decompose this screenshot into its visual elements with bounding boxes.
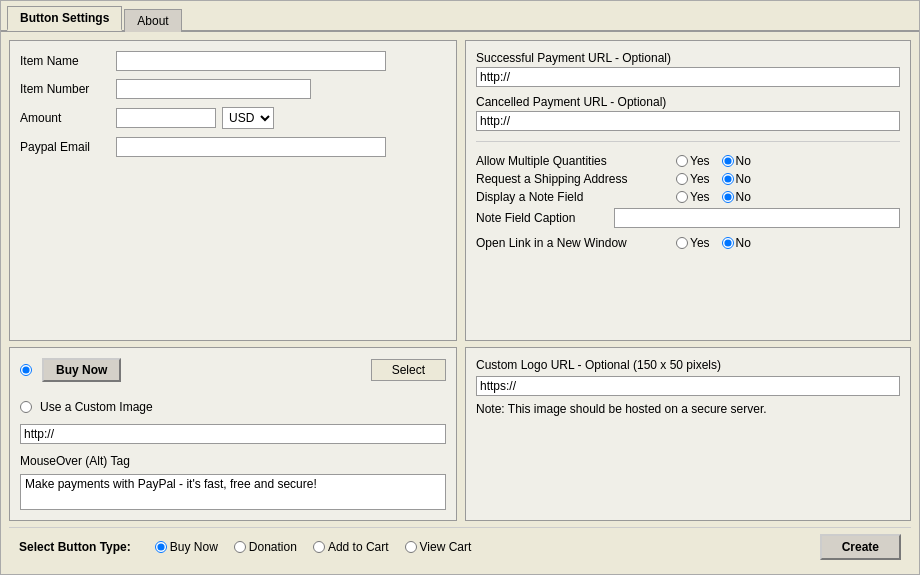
- buy-now-preview-button[interactable]: Buy Now: [42, 358, 121, 382]
- buy-now-radio-label[interactable]: [20, 364, 32, 376]
- footer-buy-now-radio[interactable]: [155, 541, 167, 553]
- allow-multiple-no-radio[interactable]: [722, 155, 734, 167]
- note-caption-label: Note Field Caption: [476, 211, 606, 225]
- top-row: Item Name Item Number Amount USD EUR GBP: [9, 40, 911, 341]
- paypal-email-label: Paypal Email: [20, 140, 110, 154]
- paypal-email-row: Paypal Email: [20, 137, 446, 157]
- select-button[interactable]: Select: [371, 359, 446, 381]
- cancel-url-label: Cancelled Payment URL - Optional): [476, 95, 900, 109]
- note-field-yes-radio[interactable]: [676, 191, 688, 203]
- item-name-input[interactable]: [116, 51, 386, 71]
- custom-image-radio[interactable]: [20, 401, 32, 413]
- tab-bar: Button Settings About: [1, 1, 919, 32]
- allow-multiple-row: Allow Multiple Quantities Yes No: [476, 154, 900, 168]
- footer-view-cart[interactable]: View Cart: [405, 540, 472, 554]
- success-url-label: Successful Payment URL - Optional): [476, 51, 900, 65]
- mouseover-textarea[interactable]: Make payments with PayPal - it's fast, f…: [20, 474, 446, 510]
- open-link-row: Open Link in a New Window Yes No: [476, 236, 900, 250]
- item-number-row: Item Number: [20, 79, 446, 99]
- shipping-yes-radio[interactable]: [676, 173, 688, 185]
- shipping-label: Request a Shipping Address: [476, 172, 676, 186]
- note-field-row: Display a Note Field Yes No: [476, 190, 900, 204]
- buy-now-row: Buy Now Select: [20, 358, 446, 382]
- shipping-no[interactable]: No: [722, 172, 751, 186]
- note-field-label: Display a Note Field: [476, 190, 676, 204]
- note-field-no-radio[interactable]: [722, 191, 734, 203]
- buy-now-preview-radio[interactable]: [20, 364, 32, 376]
- item-name-row: Item Name: [20, 51, 446, 71]
- amount-row: Amount USD EUR GBP: [20, 107, 446, 129]
- allow-multiple-radio-group: Yes No: [676, 154, 761, 168]
- allow-multiple-yes[interactable]: Yes: [676, 154, 710, 168]
- footer-radio-group: Buy Now Donation Add to Cart View Cart: [155, 540, 804, 554]
- left-top-panel: Item Name Item Number Amount USD EUR GBP: [9, 40, 457, 341]
- note-field-yes[interactable]: Yes: [676, 190, 710, 204]
- open-link-no-radio[interactable]: [722, 237, 734, 249]
- open-link-label: Open Link in a New Window: [476, 236, 676, 250]
- right-top-panel: Successful Payment URL - Optional) Cance…: [465, 40, 911, 341]
- open-link-radio-group: Yes No: [676, 236, 761, 250]
- bottom-panels: Buy Now Select Use a Custom Image MouseO…: [9, 347, 911, 521]
- cancel-url-input[interactable]: [476, 111, 900, 131]
- allow-multiple-label: Allow Multiple Quantities: [476, 154, 676, 168]
- custom-image-label: Use a Custom Image: [40, 400, 153, 414]
- shipping-yes[interactable]: Yes: [676, 172, 710, 186]
- tab-button-settings[interactable]: Button Settings: [7, 6, 122, 31]
- logo-note: Note: This image should be hosted on a s…: [476, 402, 900, 416]
- success-url-input[interactable]: [476, 67, 900, 87]
- item-number-label: Item Number: [20, 82, 110, 96]
- shipping-no-radio[interactable]: [722, 173, 734, 185]
- logo-url-input[interactable]: [476, 376, 900, 396]
- paypal-email-input[interactable]: [116, 137, 386, 157]
- left-bottom-panel: Buy Now Select Use a Custom Image MouseO…: [9, 347, 457, 521]
- note-caption-row: Note Field Caption: [476, 208, 900, 228]
- success-url-group: Successful Payment URL - Optional): [476, 51, 900, 87]
- select-button-type-label: Select Button Type:: [19, 540, 131, 554]
- open-link-yes[interactable]: Yes: [676, 236, 710, 250]
- footer-view-cart-radio[interactable]: [405, 541, 417, 553]
- amount-label: Amount: [20, 111, 110, 125]
- footer-add-to-cart-radio[interactable]: [313, 541, 325, 553]
- right-bottom-panel: Custom Logo URL - Optional (150 x 50 pix…: [465, 347, 911, 521]
- options-grid: Allow Multiple Quantities Yes No: [476, 154, 900, 250]
- allow-multiple-no[interactable]: No: [722, 154, 751, 168]
- cancel-url-group: Cancelled Payment URL - Optional): [476, 95, 900, 131]
- item-number-input[interactable]: [116, 79, 311, 99]
- custom-image-url-input[interactable]: [20, 424, 446, 444]
- footer-buy-now[interactable]: Buy Now: [155, 540, 218, 554]
- currency-select[interactable]: USD EUR GBP: [222, 107, 274, 129]
- footer-donation-radio[interactable]: [234, 541, 246, 553]
- logo-url-label: Custom Logo URL - Optional (150 x 50 pix…: [476, 358, 900, 372]
- open-link-no[interactable]: No: [722, 236, 751, 250]
- note-field-no[interactable]: No: [722, 190, 751, 204]
- main-content: Item Name Item Number Amount USD EUR GBP: [1, 32, 919, 574]
- footer-donation[interactable]: Donation: [234, 540, 297, 554]
- item-name-label: Item Name: [20, 54, 110, 68]
- shipping-row: Request a Shipping Address Yes No: [476, 172, 900, 186]
- mouseover-label: MouseOver (Alt) Tag: [20, 454, 446, 468]
- footer: Select Button Type: Buy Now Donation Add…: [9, 527, 911, 566]
- footer-add-to-cart[interactable]: Add to Cart: [313, 540, 389, 554]
- create-button[interactable]: Create: [820, 534, 901, 560]
- shipping-radio-group: Yes No: [676, 172, 761, 186]
- allow-multiple-yes-radio[interactable]: [676, 155, 688, 167]
- amount-input[interactable]: [116, 108, 216, 128]
- custom-image-row: Use a Custom Image: [20, 400, 446, 414]
- note-field-radio-group: Yes No: [676, 190, 761, 204]
- note-caption-input[interactable]: [614, 208, 900, 228]
- open-link-yes-radio[interactable]: [676, 237, 688, 249]
- tab-about[interactable]: About: [124, 9, 181, 32]
